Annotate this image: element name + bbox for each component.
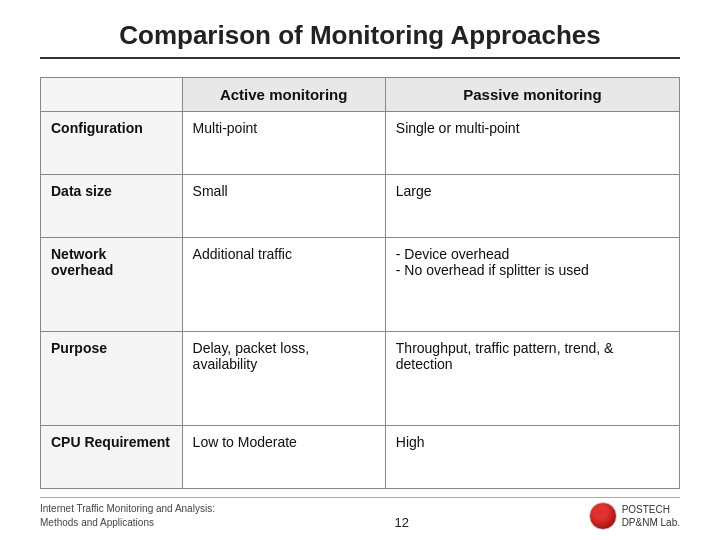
comparison-table: Active monitoring Passive monitoring Con… (40, 77, 680, 489)
row-label: Network overhead (41, 238, 183, 332)
table-row: PurposeDelay, packet loss, availabilityT… (41, 332, 680, 426)
title-divider (40, 57, 680, 59)
row-label: Data size (41, 175, 183, 238)
row-active-value: Multi-point (182, 112, 385, 175)
row-passive-value: High (385, 425, 679, 488)
row-active-value: Additional traffic (182, 238, 385, 332)
table-header-row: Active monitoring Passive monitoring (41, 78, 680, 112)
row-passive-value: Single or multi-point (385, 112, 679, 175)
row-label: Purpose (41, 332, 183, 426)
footer-logo-line1: POSTECH (622, 504, 670, 515)
row-active-value: Small (182, 175, 385, 238)
footer-logo-text: POSTECH DP&NM Lab. (622, 503, 680, 529)
page-title: Comparison of Monitoring Approaches (40, 20, 680, 51)
footer: Internet Traffic Monitoring and Analysis… (40, 497, 680, 530)
table-row: Data sizeSmallLarge (41, 175, 680, 238)
row-label: Configuration (41, 112, 183, 175)
footer-logo-area: POSTECH DP&NM Lab. (589, 502, 680, 530)
row-passive-value: - Device overhead- No overhead if splitt… (385, 238, 679, 332)
row-label: CPU Requirement (41, 425, 183, 488)
row-active-value: Low to Moderate (182, 425, 385, 488)
postech-logo (589, 502, 617, 530)
row-passive-value: Throughput, traffic pattern, trend, & de… (385, 332, 679, 426)
page: Comparison of Monitoring Approaches Acti… (0, 0, 720, 540)
footer-left-line1: Internet Traffic Monitoring and Analysis… (40, 503, 215, 514)
footer-logo-line2: DP&NM Lab. (622, 517, 680, 528)
col-header-empty (41, 78, 183, 112)
row-passive-value: Large (385, 175, 679, 238)
footer-citation: Internet Traffic Monitoring and Analysis… (40, 502, 215, 530)
table-row: ConfigurationMulti-pointSingle or multi-… (41, 112, 680, 175)
table-row: CPU RequirementLow to ModerateHigh (41, 425, 680, 488)
table-row: Network overheadAdditional traffic- Devi… (41, 238, 680, 332)
footer-left-line2: Methods and Applications (40, 517, 154, 528)
footer-page-number: 12 (395, 515, 409, 530)
col-header-passive: Passive monitoring (385, 78, 679, 112)
col-header-active: Active monitoring (182, 78, 385, 112)
row-active-value: Delay, packet loss, availability (182, 332, 385, 426)
